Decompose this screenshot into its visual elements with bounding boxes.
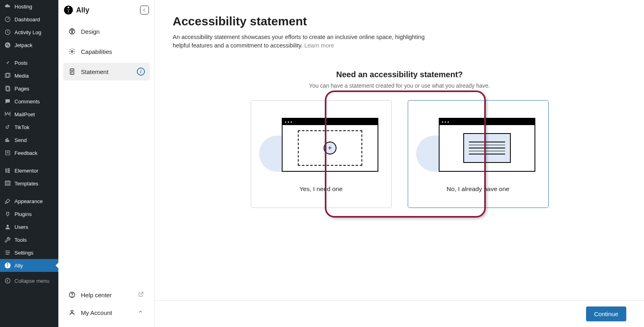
sidebar-item-label: Tools [14, 237, 27, 243]
design-icon [68, 27, 76, 35]
ally-nav: DesignCapabilitiesStatementi [58, 19, 155, 84]
wp-sidebar-item-dashboard[interactable]: Dashboard [0, 13, 58, 26]
ally-icon [4, 262, 11, 269]
mailpoet-icon [4, 111, 11, 118]
page-title: Accessibility statement [173, 14, 626, 28]
sidebar-item-label: TikTok [14, 124, 29, 130]
sliders-icon [4, 249, 11, 256]
section-title: Need an accessibility statement? [173, 70, 626, 79]
sidebar-item-label: Pages [14, 86, 29, 92]
jetpack-icon [4, 41, 11, 49]
external-link-icon [138, 291, 145, 298]
cloud-icon [4, 3, 11, 10]
svg-rect-9 [7, 169, 10, 170]
card-need-statement[interactable]: + Yes, I need one [251, 100, 392, 208]
form-icon [4, 149, 11, 156]
svg-point-20 [68, 7, 69, 8]
ally-title: Ally [76, 6, 89, 14]
user-icon [4, 223, 11, 230]
ally-nav-statement[interactable]: Statementi [63, 63, 150, 80]
pin-icon [4, 59, 11, 66]
svg-point-23 [71, 51, 73, 53]
ally-nav-label: Capabilities [81, 48, 112, 55]
send-icon [4, 136, 11, 144]
sidebar-item-label: Settings [14, 250, 33, 256]
account-icon [68, 308, 76, 317]
learn-more-link[interactable]: Learn more [304, 42, 334, 49]
sidebar-item-label: Activity Log [14, 29, 41, 35]
sidebar-item-label: Posts [14, 60, 28, 66]
svg-rect-8 [6, 169, 7, 173]
wp-sidebar-item-mailpoet[interactable]: MailPoet [0, 108, 58, 121]
svg-point-27 [71, 310, 73, 312]
info-icon: i [137, 68, 145, 76]
elementor-icon [4, 167, 11, 174]
wp-sidebar-item-posts[interactable]: Posts [0, 56, 58, 69]
help-icon [68, 291, 76, 299]
wp-admin-sidebar: HostingDashboardActivity LogJetpackPosts… [0, 0, 58, 327]
svg-point-13 [6, 225, 8, 227]
wrench-icon [4, 236, 11, 243]
card-have-statement[interactable]: No, I already have one [408, 100, 549, 208]
plug-icon [4, 210, 11, 218]
ally-logo-icon [64, 6, 73, 14]
sidebar-item-label: Templates [14, 181, 38, 187]
svg-point-16 [6, 254, 8, 255]
plus-icon: + [324, 142, 336, 154]
wp-sidebar-item-templates[interactable]: Templates [0, 177, 58, 190]
svg-point-15 [8, 252, 9, 253]
svg-point-22 [72, 29, 72, 30]
collapse-icon [4, 277, 11, 284]
ally-nav-capabilities[interactable]: Capabilities [63, 43, 150, 60]
continue-button[interactable]: Continue [586, 306, 626, 321]
main-content: Accessibility statement An accessibility… [155, 0, 644, 327]
sidebar-item-label: Send [14, 137, 27, 143]
ally-footer-my-account[interactable]: My Account [63, 304, 150, 321]
svg-rect-10 [7, 170, 10, 171]
svg-point-2 [5, 42, 10, 47]
wp-sidebar-item-tiktok[interactable]: TikTok [0, 121, 58, 134]
gauge-icon [4, 16, 11, 23]
wp-sidebar-item-send[interactable]: Send [0, 134, 58, 146]
ally-panel: Ally DesignCapabilitiesStatementi Help c… [58, 0, 155, 327]
wp-sidebar-item-ally[interactable]: Ally [0, 259, 58, 272]
ally-footer-help-center[interactable]: Help center [63, 286, 150, 304]
sidebar-item-label: Collapse menu [14, 278, 50, 284]
ally-nav-label: Design [81, 28, 100, 35]
wp-sidebar-item-pages[interactable]: Pages [0, 82, 58, 95]
ally-panel-footer: Help centerMy Account [58, 282, 155, 327]
wp-sidebar-item-users[interactable]: Users [0, 220, 58, 233]
wp-sidebar-item-appearance[interactable]: Appearance [0, 195, 58, 208]
wp-sidebar-item-media[interactable]: Media [0, 69, 58, 82]
sidebar-item-label: Plugins [14, 211, 32, 217]
wp-sidebar-item-elementor[interactable]: Elementor [0, 164, 58, 177]
svg-point-26 [72, 296, 72, 296]
svg-point-14 [6, 251, 7, 252]
card-illustration: + [271, 115, 371, 176]
wp-sidebar-item-collapse-menu[interactable]: Collapse menu [0, 274, 58, 287]
collapse-panel-button[interactable] [140, 6, 149, 14]
page-description-text: An accessibility statement showcases you… [173, 34, 425, 49]
card-label: No, I already have one [447, 185, 510, 193]
doc-icon [68, 68, 76, 76]
footer-bar: Continue [155, 300, 644, 327]
gear-icon [68, 47, 76, 56]
ally-footer-label: My Account [81, 309, 112, 316]
page-description: An accessibility statement showcases you… [173, 33, 430, 50]
wp-sidebar-item-feedback[interactable]: Feedback [0, 146, 58, 159]
templates-icon [4, 180, 11, 187]
wp-sidebar-item-hosting[interactable]: Hosting [0, 0, 58, 13]
ally-nav-design[interactable]: Design [63, 23, 150, 40]
wp-sidebar-item-jetpack[interactable]: Jetpack [0, 39, 58, 51]
brush-icon [4, 197, 11, 205]
wp-sidebar-item-plugins[interactable]: Plugins [0, 208, 58, 220]
wp-sidebar-item-activity-log[interactable]: Activity Log [0, 26, 58, 39]
tiktok-icon [4, 123, 11, 131]
sidebar-item-label: Elementor [14, 168, 38, 174]
wp-sidebar-item-tools[interactable]: Tools [0, 233, 58, 246]
wp-sidebar-item-settings[interactable]: Settings [0, 246, 58, 259]
wp-sidebar-item-comments[interactable]: Comments [0, 95, 58, 108]
svg-point-19 [5, 278, 10, 283]
chevron-up-icon [138, 309, 145, 316]
sidebar-item-label: Dashboard [14, 16, 40, 23]
